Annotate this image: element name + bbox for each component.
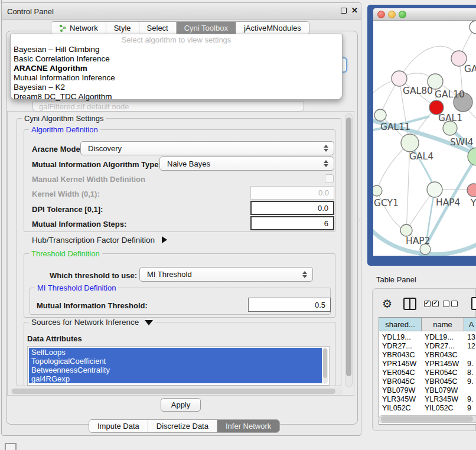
zoom-window-button[interactable]	[399, 11, 406, 18]
tab-cyni-toolbox[interactable]: Cyni Toolbox	[176, 22, 236, 34]
gray-edge[interactable]	[399, 46, 459, 79]
table-cell[interactable]	[464, 386, 476, 395]
float-window-icon[interactable]	[341, 8, 347, 14]
table-cell[interactable]: YLR345W	[422, 395, 464, 404]
sources-legend[interactable]: Sources for Network Inference	[29, 318, 155, 327]
column-header-name[interactable]: name	[422, 318, 464, 331]
minimize-window-button[interactable]	[388, 11, 396, 18]
node-salmon[interactable]	[467, 184, 476, 197]
table-cell[interactable]: YBL079W	[379, 386, 422, 395]
node-gal4[interactable]	[401, 134, 419, 152]
table-cell[interactable]: YER054C	[422, 369, 464, 377]
gear-icon[interactable]: ⚙	[382, 298, 392, 309]
network-graph[interactable]: GALGAL80GAL10GAL1GAL11SWI4GAL4GCY1HAP4YH…	[373, 21, 476, 256]
attributes-scrollbar[interactable]	[322, 348, 328, 384]
settings-vertical-scrollbar[interactable]	[345, 113, 353, 387]
settings-horizontal-scrollbar[interactable]	[9, 388, 343, 395]
table-cell[interactable]: 9.	[464, 377, 476, 386]
table-cell[interactable]: YDL19...	[422, 333, 464, 342]
attribute-item-gal4rgexp[interactable]: gal4RGexp	[29, 374, 322, 383]
node-gcy1[interactable]	[373, 185, 382, 196]
tab-infer-network[interactable]: Infer Network	[217, 420, 279, 432]
column-header-shared-name[interactable]: shared...	[379, 318, 422, 331]
node-hap2[interactable]	[400, 224, 412, 236]
dropdown-item-basic-correlation[interactable]: Basic Correlation Inference	[13, 54, 340, 64]
settings-hscroll-thumb[interactable]	[12, 389, 335, 394]
apply-button[interactable]: Apply	[161, 398, 201, 412]
dropdown-item-aracne[interactable]: ARACNE Algorithm	[13, 64, 340, 73]
node-top-right[interactable]	[470, 21, 476, 34]
hub-definition-toggle[interactable]: Hub/Transcription Factor Definition	[32, 236, 167, 244]
panel-splitter-handle[interactable]: ⋰	[357, 219, 360, 223]
table-cell[interactable]: YPR145W	[379, 360, 422, 369]
table-cell[interactable]	[464, 351, 476, 360]
network-view-window[interactable]: GALGAL80GAL10GAL1GAL11SWI4GAL4GCY1HAP4YH…	[367, 5, 476, 266]
mi-threshold-input[interactable]: 0.5	[248, 298, 331, 312]
tab-network[interactable]: Network	[51, 22, 106, 34]
mi-type-combo[interactable]: Naive Bayes	[159, 156, 334, 171]
attribute-item-selfloops[interactable]: SelfLoops	[29, 348, 322, 357]
tab-select[interactable]: Select	[139, 22, 176, 34]
table-cell[interactable]: YIL052C	[379, 404, 422, 413]
node-hap4[interactable]	[427, 182, 442, 197]
table-cell[interactable]: YDL19...	[379, 333, 422, 342]
node-gal80[interactable]	[392, 71, 407, 86]
node-gal11[interactable]	[374, 109, 386, 121]
aracne-mode-combo[interactable]: Discovery	[80, 141, 334, 155]
dropdown-item-bayesian-k2[interactable]: Bayesian – K2	[13, 83, 340, 92]
close-window-button[interactable]	[377, 11, 385, 18]
table-cell[interactable]: YBR043C	[379, 351, 422, 360]
gray-edge[interactable]	[377, 191, 406, 230]
attribute-item-betweennesscentrality[interactable]: BetweennessCentrality	[29, 366, 322, 374]
floating-mini-panel[interactable]	[5, 443, 17, 450]
deselect-all-columns-icon[interactable]	[443, 301, 458, 307]
table-cell[interactable]: 13	[464, 333, 476, 342]
data-attributes-list[interactable]: SelfLoops TopologicalCoefficient Between…	[27, 346, 330, 386]
tab-jactivemnodules[interactable]: jActiveMNodules	[236, 22, 309, 34]
table-cell[interactable]: YDR27...	[422, 342, 464, 351]
table-cell[interactable]: YLR345W	[379, 395, 422, 404]
dropdown-item-bayesian-hill-climbing[interactable]: Bayesian – Hill Climbing	[13, 45, 340, 54]
manual-kernel-checkbox[interactable]	[325, 174, 334, 183]
kernel-width-input[interactable]: 0.0	[250, 186, 334, 200]
table-cell[interactable]: 9.	[464, 360, 476, 369]
new-column-icon[interactable]	[471, 297, 476, 310]
node-label-gal11: GAL11	[380, 122, 410, 132]
control-panel-titlebar[interactable]: Control Panel ✕	[2, 3, 361, 19]
dpi-tolerance-label: DPI Tolerance [0,1]:	[32, 205, 103, 214]
table-cell[interactable]: 8.	[464, 369, 476, 377]
attributes-scrollbar-thumb[interactable]	[323, 348, 327, 378]
table-cell[interactable]: YBR045C	[422, 377, 464, 386]
table-cell[interactable]: YBL079W	[422, 386, 464, 395]
tab-discretize-data[interactable]: Discretize Data	[148, 420, 217, 432]
table-cell[interactable]: YBR045C	[379, 377, 422, 386]
table-cell[interactable]: YER054C	[379, 369, 422, 377]
column-header-partial[interactable]: A	[464, 318, 476, 331]
table-cell[interactable]: YBR043C	[422, 351, 464, 360]
select-all-columns-icon[interactable]	[424, 301, 439, 307]
table-cell[interactable]: YIL052C	[422, 404, 464, 413]
dpi-tolerance-input[interactable]: 0.0	[250, 201, 334, 215]
table-horizontal-scrollbar[interactable]	[379, 415, 476, 423]
table-hscroll-thumb[interactable]	[381, 416, 473, 422]
table-cell[interactable]: YDR27...	[379, 342, 422, 351]
data-attributes-label: Data Attributes	[27, 334, 82, 343]
mi-threshold-legend: MI Threshold Definition	[35, 283, 118, 292]
settings-vscroll-thumb[interactable]	[346, 118, 351, 376]
tab-impute-data[interactable]: Impute Data	[89, 420, 148, 432]
network-table-combo[interactable]: galFiltered.sif default node	[32, 102, 304, 112]
dropdown-item-dream8[interactable]: Dream8 DC_TDC Algorithm	[13, 92, 340, 102]
which-threshold-combo[interactable]: MI Threshold	[139, 267, 313, 282]
close-icon[interactable]: ✕	[351, 6, 358, 15]
network-canvas[interactable]: GALGAL80GAL10GAL1GAL11SWI4GAL4GCY1HAP4YH…	[373, 21, 476, 256]
network-window-titlebar[interactable]	[373, 8, 476, 21]
split-columns-icon[interactable]	[403, 298, 416, 310]
table-cell[interactable]: YPR145W	[422, 360, 464, 369]
dropdown-item-mutual-information[interactable]: Mutual Information Inference	[13, 73, 340, 83]
table-cell[interactable]: 9.	[464, 395, 476, 404]
attribute-item-topologicalcoefficient[interactable]: TopologicalCoefficient	[29, 357, 322, 366]
table-cell[interactable]: 12	[464, 342, 476, 351]
tab-style[interactable]: Style	[106, 22, 139, 34]
table-cell[interactable]: 9	[464, 404, 476, 413]
mi-steps-input[interactable]: 6	[250, 216, 334, 230]
